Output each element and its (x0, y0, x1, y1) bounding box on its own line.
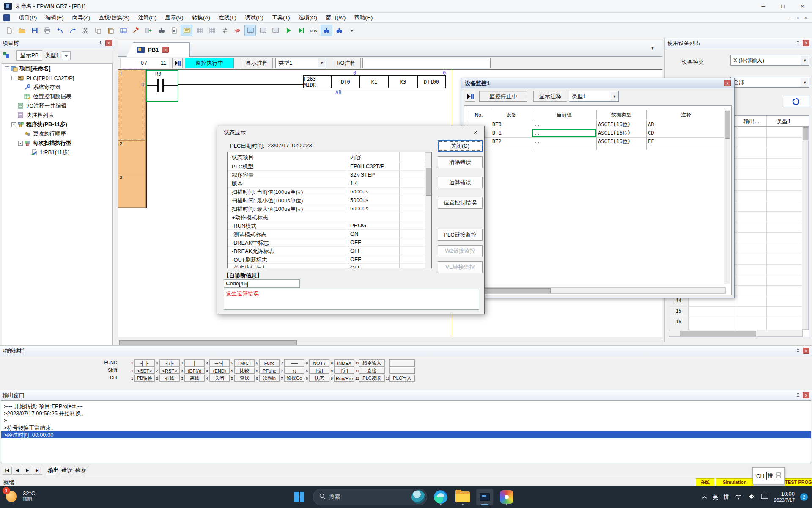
function-key-button[interactable]: 指令输入 (359, 359, 385, 367)
function-key-button[interactable]: Func (259, 359, 280, 367)
function-key[interactable]: 5查找 (231, 375, 255, 382)
function-key[interactable]: 1PB转换 (131, 375, 155, 382)
tab-pb1[interactable]: PB1 x (126, 42, 190, 57)
monitor-cell[interactable]: .. (532, 120, 596, 129)
convert-icon[interactable] (219, 25, 230, 36)
function-key[interactable]: 5TM/CT (231, 359, 255, 367)
menu-item-6[interactable]: 转换(A) (188, 13, 214, 22)
tree-node-4[interactable]: I/O注释一并编辑 (2, 101, 112, 110)
edge-taskbar-button[interactable] (432, 489, 449, 505)
mdi-restore-icon[interactable]: ▫ (794, 15, 802, 20)
function-key[interactable]: 3离线 (181, 375, 205, 382)
monitor-cell[interactable]: EF (646, 137, 726, 146)
tab-list-caret-icon[interactable]: ▼ (650, 46, 655, 50)
comment-type-select[interactable]: 类型1▼ (275, 58, 326, 68)
dialog-titlebar[interactable]: 状态显示 × (217, 126, 484, 139)
function-key-button[interactable]: [位] (309, 367, 329, 374)
status-row-11[interactable]: -OUT刷新标志OFF (228, 255, 431, 264)
monitor-cell[interactable]: .. (532, 137, 596, 146)
io-comment-button[interactable]: I/O注释 (332, 58, 361, 68)
instruction-cell-0[interactable]: F263 MIDR (303, 75, 332, 88)
function-key-button[interactable] (389, 359, 415, 367)
menu-item-10[interactable]: 选项(O) (294, 13, 322, 22)
status-row-5[interactable]: 扫描时间: 最大值(100us单位)5000us (228, 204, 431, 213)
tray-chevron-icon[interactable] (702, 494, 707, 500)
toolbar-more-icon[interactable] (346, 25, 357, 36)
delete-tool-icon[interactable] (130, 25, 142, 36)
next-tab-icon[interactable]: ▶ (23, 467, 32, 475)
monitor-vscroll-thumb[interactable] (725, 111, 730, 139)
search-box[interactable]: 搜索 (313, 489, 427, 505)
menu-item-12[interactable]: 帮助(H) (350, 13, 377, 22)
expander-icon[interactable]: - (18, 141, 23, 146)
function-key-button[interactable]: 离线 (184, 375, 205, 382)
function-key-button[interactable]: ─○┤ (209, 359, 230, 367)
monitor-cell[interactable]: AB (646, 120, 726, 129)
function-key-button[interactable]: 监视Go (284, 375, 304, 382)
chevron-down-icon[interactable]: ▼ (801, 78, 808, 87)
status-row-3[interactable]: 扫描时间: 当前值(100us单位)5000us (228, 188, 431, 196)
touch-keyboard-icon[interactable] (761, 494, 768, 500)
monitor-cell[interactable]: DT1 (491, 129, 532, 137)
pin-icon[interactable] (98, 40, 104, 46)
clear-icon[interactable] (232, 25, 243, 36)
redo-icon[interactable] (67, 25, 78, 36)
fpwin-taskbar-button[interactable] (476, 489, 493, 505)
device-list-vscroll-thumb[interactable] (803, 127, 808, 140)
last-tab-icon[interactable]: ▶| (33, 467, 42, 475)
dialog-button-0[interactable]: 关闭(C) (438, 140, 483, 152)
function-key[interactable]: 1┤ ├ (131, 359, 155, 367)
instruction-cell-3[interactable]: K3 (388, 75, 418, 88)
comment-display-icon[interactable] (181, 25, 192, 36)
tree-node-2[interactable]: 系统寄存器 (2, 83, 112, 92)
comment-type-select[interactable]: 类型1▼ (569, 91, 619, 102)
dialog-button-1[interactable]: 清除错误 (438, 156, 483, 168)
function-key[interactable]: 4(END) (206, 367, 230, 374)
file-explorer-button[interactable] (454, 489, 471, 505)
function-key-button[interactable]: 在线 (159, 375, 180, 382)
open-project-icon[interactable] (16, 25, 27, 36)
status-row-6[interactable]: ●动作模式标志 (228, 213, 431, 221)
copy-icon[interactable] (92, 25, 104, 36)
function-key-button[interactable]: 关闭 (209, 375, 230, 382)
function-key[interactable]: 11直接 (355, 367, 385, 374)
tree-node-8[interactable]: -每次扫描执行型 (2, 138, 112, 148)
tab-检索[interactable]: 检索 (72, 466, 89, 475)
output-line-0[interactable]: >--- 开始转换: 项目:FPProject --- (1, 402, 811, 409)
device-monitor-titlebar[interactable]: 设备监控1 x (461, 78, 734, 88)
tray-lang[interactable]: 英 (713, 493, 718, 501)
wifi-icon[interactable] (735, 494, 742, 501)
chevron-down-icon[interactable]: ▼ (611, 92, 618, 101)
search-daily-image[interactable] (411, 490, 425, 504)
menu-item-0[interactable]: 项目(P) (14, 13, 41, 22)
tree-node-5[interactable]: 块注释列表 (2, 110, 112, 120)
function-key[interactable]: 12PLC写入 (386, 375, 415, 382)
device-monitor-window[interactable]: 设备监控1 x 监控停止中 显示注释 类型1▼ No.设备当前值数据类型注释DT… (461, 78, 735, 298)
status-row-2[interactable]: 版本1.4 (228, 179, 431, 188)
dialog-button-2[interactable]: 运算错误 (438, 177, 483, 188)
function-key[interactable]: 2┤/├ (156, 359, 180, 367)
expander-icon[interactable]: - (11, 76, 16, 80)
instruction-cell-4[interactable]: DT100 (417, 75, 446, 88)
function-key[interactable]: 5比较 (231, 367, 255, 374)
monitor-go-2-icon[interactable] (333, 25, 345, 36)
online-edit-icon[interactable] (244, 25, 256, 36)
function-key-button[interactable]: ┤/├ (159, 359, 180, 367)
expander-icon[interactable]: - (5, 66, 9, 71)
instruction-cell-1[interactable]: DT0 (331, 75, 360, 88)
function-key-button[interactable]: PLC写入 (389, 375, 415, 382)
function-key[interactable]: 6次Win (256, 375, 280, 382)
function-key-button[interactable]: (END) (209, 367, 230, 374)
output-line-2[interactable]: > (1, 417, 811, 424)
status-row-9[interactable]: -BREAK中标志OFF (228, 238, 431, 247)
function-key-button[interactable]: [字] (334, 367, 354, 374)
chevron-down-icon[interactable]: ▼ (801, 56, 808, 65)
function-key-button[interactable]: Run/Pro (334, 375, 354, 382)
goto-step-icon[interactable]: # (168, 25, 180, 36)
function-key-button[interactable]: PFunc (259, 367, 280, 374)
function-key-button[interactable]: NOT / (309, 359, 329, 367)
window-monitor-icon[interactable] (270, 25, 281, 36)
output-line-1[interactable]: >2023/07/17 09:56:25 开始转换。 (1, 409, 811, 417)
monitor-cell[interactable]: ASCII(16位) (596, 137, 646, 146)
menu-item-9[interactable]: 工具(T) (268, 13, 294, 22)
